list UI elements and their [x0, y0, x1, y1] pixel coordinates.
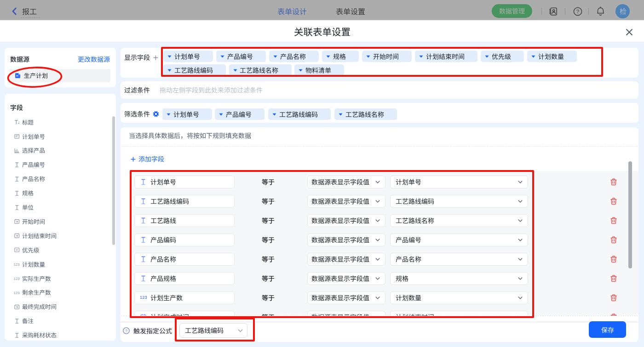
svg-text:?: ? [576, 9, 579, 14]
svg-text:?: ? [125, 328, 127, 333]
